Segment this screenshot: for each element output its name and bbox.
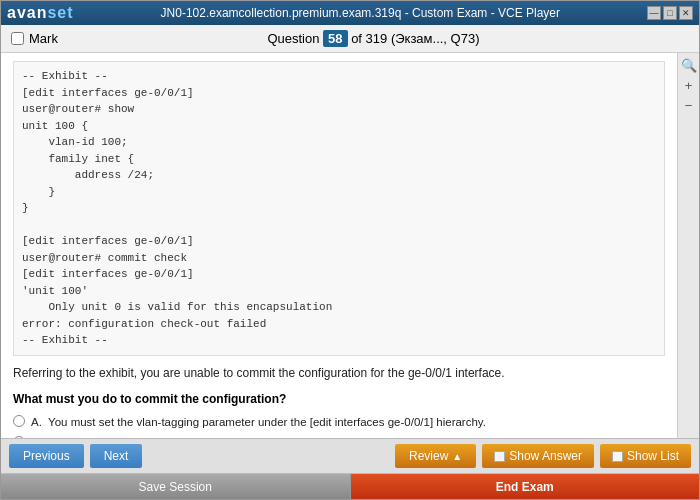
logo-highlight: set <box>47 4 73 21</box>
review-arrow-icon: ▲ <box>452 451 462 462</box>
exhibit-box: -- Exhibit -- [edit interfaces ge-0/0/1]… <box>13 61 665 356</box>
app-logo: avanset <box>7 4 74 22</box>
radio-a[interactable] <box>13 415 25 427</box>
window-controls: — □ ✕ <box>647 6 693 20</box>
option-a-text: A. You must set the vlan-tagging paramet… <box>31 414 486 430</box>
maximize-button[interactable]: □ <box>663 6 677 20</box>
review-button[interactable]: Review ▲ <box>395 444 476 468</box>
mark-checkbox[interactable] <box>11 32 24 45</box>
title-bar: avanset JN0-102.examcollection.premium.e… <box>1 1 699 25</box>
previous-button[interactable]: Previous <box>9 444 84 468</box>
sidebar-tools: 🔍 + − <box>677 53 699 438</box>
list-check-icon <box>612 451 623 462</box>
question-text: Referring to the exhibit, you are unable… <box>13 364 665 382</box>
zoom-in-icon[interactable]: + <box>681 77 697 93</box>
question-info: Question 58 of 319 (Экзам..., Q73) <box>58 31 689 46</box>
bottom-bar: Previous Next Review ▲ Show Answer Show … <box>1 438 699 499</box>
minimize-button[interactable]: — <box>647 6 661 20</box>
main-window: avanset JN0-102.examcollection.premium.e… <box>0 0 700 500</box>
content-area: -- Exhibit -- [edit interfaces ge-0/0/1]… <box>1 53 699 438</box>
save-session-button[interactable]: Save Session <box>1 474 351 499</box>
logo-text: avan <box>7 4 47 21</box>
mark-bar: Mark Question 58 of 319 (Экзам..., Q73) <box>1 25 699 53</box>
show-answer-button[interactable]: Show Answer <box>482 444 594 468</box>
close-button[interactable]: ✕ <box>679 6 693 20</box>
main-content: -- Exhibit -- [edit interfaces ge-0/0/1]… <box>1 53 677 438</box>
show-list-button[interactable]: Show List <box>600 444 691 468</box>
end-exam-button[interactable]: End Exam <box>351 474 700 499</box>
question-number: 58 <box>323 30 347 47</box>
search-icon[interactable]: 🔍 <box>681 57 697 73</box>
show-answer-label: Show Answer <box>509 449 582 463</box>
zoom-out-icon[interactable]: − <box>681 97 697 113</box>
answer-check-icon <box>494 451 505 462</box>
show-list-label: Show List <box>627 449 679 463</box>
question-sub: What must you do to commit the configura… <box>13 390 665 408</box>
next-button[interactable]: Next <box>90 444 143 468</box>
question-label: Question <box>267 31 319 46</box>
option-a: A. You must set the vlan-tagging paramet… <box>13 414 665 430</box>
session-row: Save Session End Exam <box>1 473 699 499</box>
review-label: Review <box>409 449 448 463</box>
window-title: JN0-102.examcollection.premium.exam.319q… <box>74 6 647 20</box>
mark-label: Mark <box>29 31 58 46</box>
nav-row: Previous Next Review ▲ Show Answer Show … <box>1 439 699 473</box>
question-total: of 319 (Экзам..., Q73) <box>351 31 479 46</box>
